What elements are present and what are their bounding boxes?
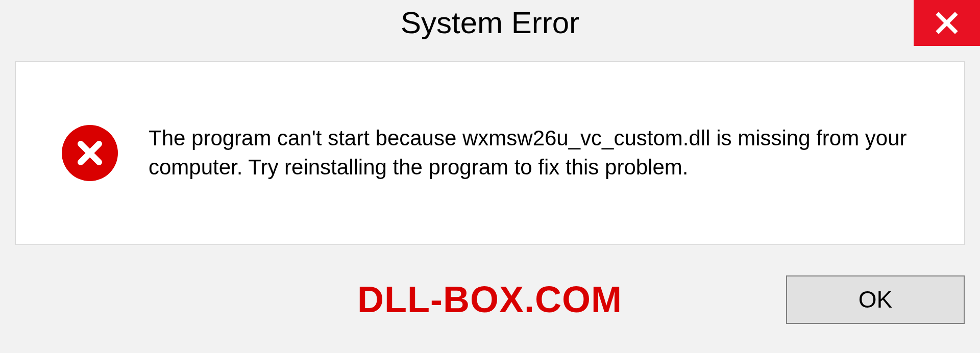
watermark-text: DLL-BOX.COM [15, 279, 622, 320]
ok-button[interactable]: OK [786, 275, 965, 324]
close-button[interactable] [914, 0, 980, 46]
dialog-body: The program can't start because wxmsw26u… [15, 61, 965, 245]
dialog-message: The program can't start because wxmsw26u… [149, 124, 923, 182]
dialog-title: System Error [0, 5, 980, 40]
dialog-footer: DLL-BOX.COM OK [15, 261, 965, 338]
error-icon [62, 125, 118, 181]
ok-button-label: OK [859, 286, 892, 313]
system-error-dialog: System Error The program can't start bec… [0, 0, 980, 353]
close-icon [935, 11, 959, 35]
